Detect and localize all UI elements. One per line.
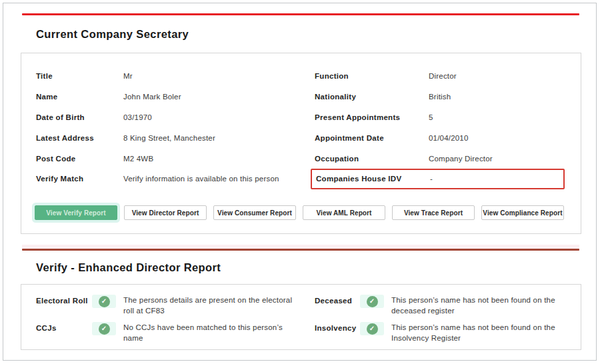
verify-checks-left-column: Electoral Roll ✓ The persons details are… bbox=[32, 295, 293, 349]
field-value: 03/1970 bbox=[123, 113, 152, 121]
field-label: Latest Address bbox=[36, 134, 123, 142]
verify-checks-right-column: Deceased ✓ This person’s name has not be… bbox=[311, 295, 571, 349]
check-halo: ✓ bbox=[360, 322, 384, 335]
field-row-verify-match: Verify Match Verify information is avail… bbox=[32, 169, 293, 189]
field-label: Occupation bbox=[315, 155, 429, 163]
check-circle-icon: ✓ bbox=[367, 296, 378, 307]
view-compliance-report-button[interactable]: View Compliance Report bbox=[481, 205, 564, 220]
view-verify-report-button[interactable]: View Verify Report bbox=[35, 205, 117, 220]
check-circle-icon: ✓ bbox=[99, 323, 110, 335]
verify-report-card: Electoral Roll ✓ The persons details are… bbox=[21, 284, 581, 350]
check-circle-icon: ✓ bbox=[99, 296, 110, 307]
secretary-fields-left-column: Title Mr Name John Mark Boler Date of Bi… bbox=[32, 66, 293, 189]
field-label: Present Appointments bbox=[315, 113, 429, 121]
field-value: - bbox=[430, 175, 433, 183]
view-trace-report-button[interactable]: View Trace Report bbox=[392, 205, 475, 220]
field-row-occupation: Occupation Company Director bbox=[311, 148, 565, 169]
check-halo: ✓ bbox=[92, 295, 116, 308]
field-value: Director bbox=[429, 72, 457, 80]
field-label: Function bbox=[315, 72, 429, 80]
check-row-deceased: Deceased ✓ This person’s name has not be… bbox=[311, 295, 571, 316]
view-consumer-report-button[interactable]: View Consumer Report bbox=[213, 205, 296, 220]
check-halo: ✓ bbox=[92, 322, 116, 335]
field-label: Verify Match bbox=[36, 175, 123, 183]
section-title-verify-enhanced-director-report: Verify - Enhanced Director Report bbox=[36, 261, 221, 274]
check-halo: ✓ bbox=[360, 295, 384, 308]
field-value: Mr bbox=[123, 72, 133, 80]
check-description: The persons details are present on the e… bbox=[123, 295, 293, 316]
field-label: Post Code bbox=[36, 155, 123, 163]
field-row-latest-address: Latest Address 8 King Street, Manchester bbox=[32, 127, 293, 148]
check-label: Deceased bbox=[315, 295, 360, 305]
check-label: Insolvency bbox=[315, 322, 360, 332]
check-description: No CCJs have been matched to this person… bbox=[123, 322, 293, 343]
field-label: Date of Birth bbox=[36, 113, 123, 121]
field-label: Name bbox=[36, 93, 123, 101]
field-value: 01/04/2010 bbox=[429, 134, 469, 142]
check-row-insolvency: Insolvency ✓ This person’s name has not … bbox=[311, 322, 571, 343]
field-value: 5 bbox=[429, 113, 433, 121]
report-page: Current Company Secretary Title Mr Name … bbox=[3, 3, 597, 361]
check-description: This person’s name has not been found on… bbox=[391, 295, 571, 316]
field-value: British bbox=[429, 93, 451, 101]
field-value: Company Director bbox=[429, 155, 493, 163]
bottom-divider-line bbox=[22, 249, 579, 251]
check-description: This person’s name has not been found on… bbox=[391, 322, 571, 343]
field-label: Companies House IDV bbox=[316, 175, 430, 183]
field-row-nationality: Nationality British bbox=[311, 87, 565, 107]
secretary-fields-right-column: Function Director Nationality British Pr… bbox=[311, 66, 565, 189]
view-director-report-button[interactable]: View Director Report bbox=[124, 205, 207, 220]
field-row-name: Name John Mark Boler bbox=[32, 87, 293, 107]
check-row-electoral-roll: Electoral Roll ✓ The persons details are… bbox=[32, 295, 293, 316]
field-label: Nationality bbox=[315, 93, 429, 101]
check-label: CCJs bbox=[36, 322, 92, 332]
top-divider-line bbox=[22, 13, 579, 15]
check-circle-icon: ✓ bbox=[367, 323, 378, 335]
field-row-present-appointments: Present Appointments 5 bbox=[311, 107, 565, 128]
view-aml-report-button[interactable]: View AML Report bbox=[303, 205, 385, 220]
check-label: Electoral Roll bbox=[36, 295, 92, 305]
field-row-function: Function Director bbox=[311, 66, 565, 87]
report-buttons-row: View Verify Report View Director Report … bbox=[35, 205, 564, 220]
field-value: 8 King Street, Manchester bbox=[123, 134, 215, 142]
field-row-title: Title Mr bbox=[32, 66, 293, 87]
field-label: Title bbox=[36, 72, 123, 80]
field-value: Verify information is available on this … bbox=[123, 175, 279, 183]
field-row-post-code: Post Code M2 4WB bbox=[32, 148, 293, 169]
section-title-current-company-secretary: Current Company Secretary bbox=[36, 28, 189, 41]
field-value: John Mark Boler bbox=[123, 93, 181, 101]
field-label: Appointment Date bbox=[315, 134, 429, 142]
field-row-date-of-birth: Date of Birth 03/1970 bbox=[32, 107, 293, 128]
field-row-appointment-date: Appointment Date 01/04/2010 bbox=[311, 127, 565, 148]
check-row-ccjs: CCJs ✓ No CCJs have been matched to this… bbox=[32, 322, 293, 343]
field-row-companies-house-idv-highlighted: Companies House IDV - bbox=[311, 169, 565, 189]
field-value: M2 4WB bbox=[123, 155, 153, 163]
secretary-details-card: Title Mr Name John Mark Boler Date of Bi… bbox=[21, 53, 581, 234]
